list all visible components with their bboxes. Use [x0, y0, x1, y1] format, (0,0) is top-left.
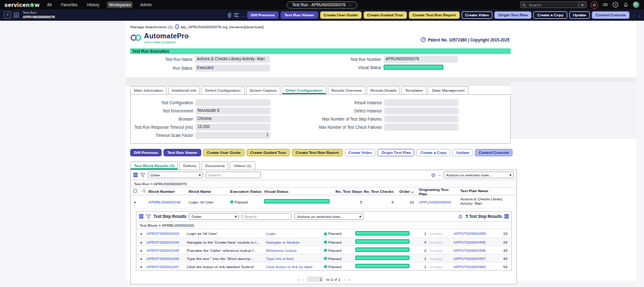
test-run-number-field[interactable]: APRUN000000076: [384, 56, 458, 63]
step-type-link[interactable]: Navigate to Module: [266, 240, 299, 244]
create-a-copy-button[interactable]: Create a Copy: [533, 11, 567, 19]
create-test-run-report-button[interactable]: Create Test Run Report: [292, 149, 343, 156]
step-type-link[interactable]: Click button or link by label: [266, 264, 313, 269]
originating-test-plan-link[interactable]: APPLA000000040: [419, 200, 451, 204]
patent-help-icon[interactable]: ?: [421, 37, 426, 42]
diff-previous-button[interactable]: Diff Previous: [130, 149, 162, 156]
timeout-scale-factor-field[interactable]: 1: [196, 132, 270, 139]
first-page-icon[interactable]: «: [297, 277, 299, 281]
tab-defect-configuration[interactable]: Defect Configuration: [201, 86, 244, 94]
filter-icon[interactable]: [146, 214, 151, 219]
col-test-plan-name[interactable]: Test Plan Name: [455, 189, 515, 194]
automatepro-target-icon[interactable]: [591, 1, 598, 9]
col-originating-test-plan[interactable]: Originating Test Plan: [414, 187, 455, 196]
menu-item-workspaces[interactable]: Workspaces: [107, 1, 133, 8]
control-console-button[interactable]: Control Console: [592, 11, 630, 19]
attachment-paperclip-icon[interactable]: [227, 12, 232, 18]
tab-templates[interactable]: Templates: [401, 86, 426, 94]
plan-step-link[interactable]: APPST000000459: [453, 231, 486, 236]
test-environment-field[interactable]: Novoscale 6: [196, 107, 270, 114]
create-user-guide-button[interactable]: Create User Guide: [320, 11, 362, 19]
col-block-number[interactable]: Block Number: [148, 189, 189, 193]
tab-results-details[interactable]: Results Details: [367, 86, 400, 94]
block-actions-select[interactable]: Actions on selected rows...▾: [443, 171, 514, 178]
next-record-icon[interactable]: ↓: [638, 13, 641, 18]
tab-other-configuration[interactable]: Other Configuration: [282, 86, 326, 94]
list-menu-icon[interactable]: [133, 173, 138, 173]
test-run-name-field[interactable]: Actions & Checks Library Activity- Mari: [195, 56, 270, 63]
response-timeout-field[interactable]: 15,000: [196, 124, 270, 131]
test-run-viewer-button[interactable]: Test Run Viewer: [164, 149, 201, 156]
run-status-field[interactable]: Executed: [195, 65, 270, 72]
block-search-input[interactable]: [206, 171, 261, 178]
origin-test-plan-button[interactable]: Origin Test Plan: [494, 11, 531, 19]
max-step-failures-field[interactable]: [384, 116, 458, 122]
col-no-test-steps[interactable]: No. Test Steps: [335, 189, 362, 193]
update-button[interactable]: Update: [452, 149, 473, 156]
select-all-checkbox[interactable]: [133, 189, 137, 193]
tab-test-block-results[interactable]: Test Block Results (1): [130, 161, 178, 170]
create-guided-tour-button[interactable]: Create Guided Tour: [364, 11, 407, 19]
tab-main-information[interactable]: Main Information: [130, 86, 167, 94]
page-number-input[interactable]: 1: [307, 276, 323, 282]
test-run-viewer-button[interactable]: Test Run Viewer: [280, 11, 318, 19]
step-sort-select[interactable]: Order▾: [189, 213, 239, 220]
list-settings-gear-icon[interactable]: [431, 173, 436, 178]
max-check-failures-field[interactable]: [384, 124, 458, 131]
back-button[interactable]: ‹: [4, 11, 11, 19]
step-type-link[interactable]: Login: [266, 231, 275, 236]
row-expand-icon[interactable]: ▸: [140, 257, 142, 261]
test-configuration-field[interactable]: [196, 99, 270, 106]
diff-previous-button[interactable]: Diff Previous: [247, 11, 279, 19]
row-expand-icon[interactable]: ▸: [140, 232, 142, 236]
update-button[interactable]: Update: [569, 11, 590, 19]
form-context-icon[interactable]: [14, 13, 19, 18]
col-no-test-checks[interactable]: No. Test Checks: [362, 189, 394, 193]
col-execution-status[interactable]: Execution Status: [230, 189, 264, 193]
create-video-button[interactable]: Create Video: [462, 11, 493, 19]
search-input[interactable]: [520, 1, 578, 8]
control-console-button[interactable]: Control Console: [475, 149, 513, 156]
step-number-link[interactable]: APRST000001045: [147, 248, 179, 252]
col-order[interactable]: Order ▲: [394, 189, 414, 193]
tab-documents[interactable]: Documents: [201, 161, 228, 170]
previous-page-icon[interactable]: ‹: [303, 277, 304, 281]
tab-results-overview[interactable]: Results Overview: [328, 86, 365, 94]
notifications-bell-icon[interactable]: [622, 1, 629, 8]
plan-step-link[interactable]: APPST000000460: [453, 264, 486, 269]
row-expand-icon[interactable]: ▸: [134, 200, 136, 204]
block-list-breadcrumb[interactable]: Test Run = APRUN000000076: [131, 180, 516, 188]
create-test-run-report-button[interactable]: Create Test Run Report: [409, 11, 460, 19]
context-record-pill[interactable]: Test Run - APRUN000000076 ☆: [286, 1, 357, 9]
menu-item-favorites[interactable]: Favorites: [59, 1, 79, 8]
list-menu-icon[interactable]: [504, 214, 509, 215]
block-sort-select[interactable]: Order▾: [148, 171, 203, 178]
result-instance-field[interactable]: [384, 99, 458, 106]
tab-videos[interactable]: Videos (1): [230, 161, 255, 170]
activity-stream-icon[interactable]: [234, 13, 239, 18]
step-number-link[interactable]: APRST000001047: [147, 264, 179, 269]
row-expand-icon[interactable]: ▸: [140, 241, 142, 244]
list-collapse-icon[interactable]: –: [438, 173, 441, 177]
tab-additional-info[interactable]: Additional Info: [168, 86, 200, 94]
create-guided-tour-button[interactable]: Create Guided Tour: [247, 149, 290, 156]
attachment-file-link[interactable]: atp_APRUN000000076.log: [180, 24, 228, 29]
tab-state-management[interactable]: State Management: [428, 86, 468, 94]
search-scope-caret-icon[interactable]: ▾: [578, 1, 587, 8]
previous-record-icon[interactable]: ↑: [633, 13, 635, 18]
plan-step-link[interactable]: APPST000000457: [453, 256, 486, 261]
step-search-input[interactable]: [242, 213, 292, 220]
plan-step-link[interactable]: APPST000000456: [453, 248, 486, 252]
user-avatar[interactable]: [633, 1, 640, 8]
more-actions-icon[interactable]: …: [241, 13, 245, 18]
create-user-guide-button[interactable]: Create User Guide: [203, 149, 245, 156]
step-actions-select[interactable]: Actions on selected rows...▾: [294, 213, 364, 220]
browser-field[interactable]: Chrome: [196, 116, 270, 122]
list-menu-icon[interactable]: [139, 214, 143, 215]
column-search-icon[interactable]: [140, 189, 148, 193]
step-number-link[interactable]: APRST000001044: [147, 240, 179, 244]
origin-test-plan-button[interactable]: Origin Test Plan: [377, 149, 414, 156]
favorite-star-icon[interactable]: ☆: [348, 3, 352, 8]
plan-step-link[interactable]: APPST000000455: [453, 240, 486, 244]
menu-item-history[interactable]: History: [85, 1, 101, 8]
